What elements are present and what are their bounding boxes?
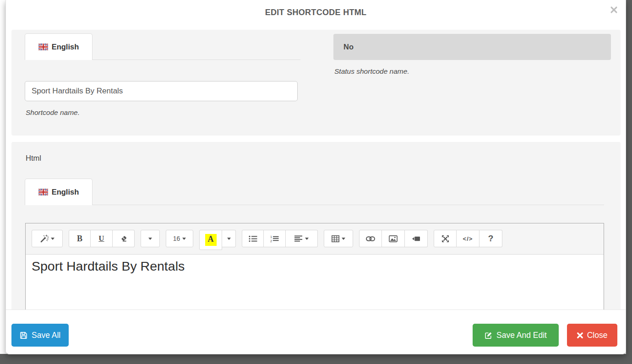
font-family-dropdown-button[interactable] [141, 230, 160, 247]
bold-button[interactable]: B [69, 230, 91, 247]
clear-format-button[interactable] [113, 230, 135, 247]
link-icon [366, 236, 375, 241]
modal-close-icon[interactable] [610, 5, 618, 14]
chevron-down-icon [182, 238, 186, 240]
style-dropdown-button[interactable] [32, 230, 63, 247]
save-all-button[interactable]: Save All [11, 324, 69, 347]
modal-footer: Save All Save And Edit Close [6, 310, 626, 354]
unordered-list-icon [249, 235, 257, 242]
eraser-icon [120, 235, 127, 242]
align-left-icon [294, 235, 303, 242]
font-color-button[interactable]: A [199, 230, 222, 250]
chevron-down-icon [342, 238, 345, 240]
richtext-editor: B U [25, 223, 604, 310]
underline-button[interactable]: U [91, 230, 113, 247]
chevron-down-icon [148, 238, 152, 240]
shortcode-name-input[interactable] [25, 81, 298, 101]
font-size-value: 16 [173, 235, 180, 242]
tab-label: English [52, 43, 79, 51]
codeview-button[interactable]: </> [457, 230, 479, 247]
modal-header: EDIT SHORTCODE HTML [6, 0, 626, 30]
uk-flag-icon [38, 189, 48, 196]
insert-video-button[interactable] [405, 230, 428, 247]
insert-picture-button[interactable] [382, 230, 405, 247]
table-button[interactable] [324, 230, 353, 247]
editor-content-area[interactable]: Sport Hardtails By Rentals [26, 255, 604, 310]
chevron-down-icon [227, 238, 231, 240]
chevron-down-icon [51, 238, 54, 240]
modal-title: EDIT SHORTCODE HTML [6, 8, 626, 17]
page-backdrop-right [626, 0, 632, 364]
font-size-dropdown-button[interactable]: 16 [166, 230, 193, 247]
insert-link-button[interactable] [359, 230, 382, 247]
tab-divider [25, 205, 604, 205]
picture-icon [389, 235, 398, 242]
floppy-save-icon [20, 331, 27, 339]
status-help: Status shortcode name. [334, 67, 409, 76]
editor-toolbar: B U [26, 223, 604, 255]
page-backdrop-bottom [0, 354, 632, 364]
unordered-list-button[interactable] [242, 230, 264, 247]
tab-english-html[interactable]: English [25, 179, 93, 205]
fullscreen-button[interactable] [434, 230, 457, 247]
chevron-down-icon [305, 238, 309, 240]
tab-label: English [52, 188, 79, 196]
svg-text:2: 2 [270, 239, 272, 242]
editor-help-button[interactable]: ? [479, 230, 502, 247]
close-x-icon [577, 332, 583, 338]
status-value-box: No [333, 34, 611, 60]
magic-wand-icon [40, 234, 49, 243]
html-section-label: Html [26, 154, 41, 163]
save-all-label: Save All [32, 331, 60, 340]
ordered-list-button[interactable]: 1 2 [264, 230, 286, 247]
font-color-preview: A [205, 234, 217, 246]
font-color-dropdown-button[interactable] [222, 230, 236, 247]
ordered-list-icon: 1 2 [270, 235, 279, 242]
tab-english-name[interactable]: English [25, 33, 93, 60]
uk-flag-icon [38, 43, 48, 50]
close-label: Close [587, 331, 608, 340]
shortcode-name-help: Shortcode name. [26, 109, 80, 117]
fullscreen-arrows-icon [441, 235, 449, 243]
save-and-edit-label: Save And Edit [496, 331, 547, 340]
shortcode-name-panel: English Shortcode name. No Status shortc… [11, 30, 621, 136]
edit-shortcode-modal: EDIT SHORTCODE HTML [5, 0, 626, 354]
paragraph-align-button[interactable] [286, 230, 318, 247]
html-panel: Html English [11, 142, 621, 310]
close-button[interactable]: Close [567, 324, 617, 347]
status-value: No [343, 43, 354, 51]
table-icon [332, 235, 339, 242]
save-and-edit-button[interactable]: Save And Edit [473, 324, 559, 347]
video-icon [412, 236, 420, 242]
edit-pencil-icon [485, 331, 492, 339]
screen: EDIT SHORTCODE HTML [0, 0, 632, 364]
